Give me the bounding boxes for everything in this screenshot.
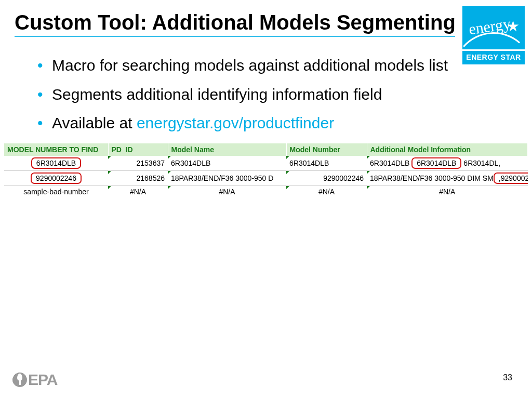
- cell-model-number: 6R3014DLB: [286, 156, 367, 171]
- addl-text: 18PAR38/END/F36 3000-950 DIM SM: [370, 174, 494, 182]
- addl-text: 6R3014DL,: [461, 159, 500, 167]
- cell-additional-info: 18PAR38/END/F36 3000-950 DIM SM,92900022…: [367, 170, 528, 185]
- table-header-row: MODEL NUMBER TO FIND PD_ID Model Name Mo…: [4, 143, 528, 156]
- addl-text: #N/A: [439, 188, 455, 196]
- product-finder-link[interactable]: energystar.gov/productfinder: [137, 114, 334, 131]
- bullet-text: Available at: [52, 114, 137, 131]
- cell-pd-id: #N/A: [108, 185, 168, 197]
- epa-logo: EPA: [12, 371, 57, 389]
- addl-text: 6R3014DLB: [370, 159, 411, 167]
- cell-pd-id: 2153637: [108, 156, 168, 171]
- cell-model-to-find: sample-bad-number: [4, 185, 108, 197]
- addl-tail: ,92900022**: [494, 172, 528, 184]
- results-table: MODEL NUMBER TO FIND PD_ID Model Name Mo…: [4, 143, 528, 197]
- col-model-number: Model Number: [286, 143, 367, 156]
- cell-model-number: #N/A: [286, 185, 367, 197]
- cell-model-to-find: 9290002246: [4, 170, 108, 185]
- bullet-item: Segments additional identifying informat…: [37, 85, 503, 104]
- bullet-text: Segments additional identifying informat…: [52, 86, 382, 103]
- bullet-list: Macro for searching models against addit…: [0, 37, 532, 133]
- col-additional-info: Additional Model Information: [367, 143, 528, 156]
- cell-pd-id: 2168526: [108, 170, 168, 185]
- cell-model-name: 18PAR38/END/F36 3000-950 D: [168, 170, 286, 185]
- bullet-item: Macro for searching models against addit…: [37, 56, 503, 75]
- col-model-to-find: MODEL NUMBER TO FIND: [4, 143, 108, 156]
- highlight-box: 9290002246: [31, 172, 82, 184]
- table-row: 9290002246216852618PAR38/END/F36 3000-95…: [4, 170, 528, 185]
- col-pd-id: PD_ID: [108, 143, 168, 156]
- col-model-name: Model Name: [168, 143, 286, 156]
- bullet-item: Available at energystar.gov/productfinde…: [37, 113, 503, 133]
- cell-model-name: #N/A: [168, 185, 286, 197]
- table-row: 6R3014DLB21536376R3014DLB6R3014DLB6R3014…: [4, 156, 528, 171]
- bullet-text: Macro for searching models against addit…: [52, 57, 448, 74]
- highlight-box: 6R3014DLB: [411, 157, 461, 169]
- star-icon: ★: [507, 18, 520, 35]
- cell-model-to-find: 6R3014DLB: [4, 156, 108, 171]
- epa-flower-icon: [12, 373, 27, 387]
- table-row: sample-bad-number#N/A#N/A#N/A#N/A: [4, 185, 528, 197]
- page-number: 33: [503, 373, 512, 382]
- cell-additional-info: 6R3014DLB 6R3014DLB 6R3014DL,: [367, 156, 528, 171]
- cell-additional-info: #N/A: [367, 185, 528, 197]
- cell-model-number: 9290002246: [286, 170, 367, 185]
- slide-title: Custom Tool: Additional Models Segmentin…: [15, 10, 517, 34]
- highlight-box: 6R3014DLB: [31, 157, 81, 169]
- epa-text: EPA: [28, 371, 57, 389]
- cell-model-name: 6R3014DLB: [168, 156, 286, 171]
